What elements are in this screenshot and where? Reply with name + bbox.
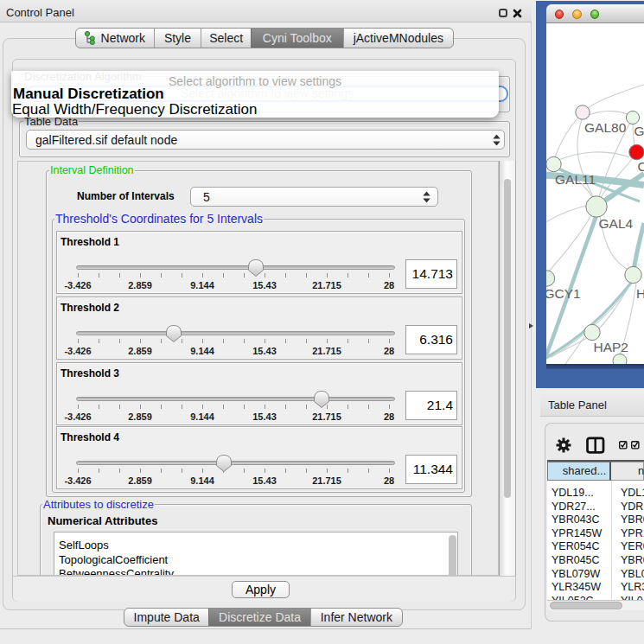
svg-text:GCY1: GCY1 [546, 286, 581, 301]
svg-text:GAL11: GAL11 [555, 172, 596, 187]
svg-text:GAL80: GAL80 [584, 120, 627, 135]
svg-text:HAP2: HAP2 [594, 340, 629, 354]
svg-text:H: H [636, 286, 644, 301]
svg-text:GAL4: GAL4 [599, 216, 634, 231]
svg-text:C: C [638, 159, 644, 174]
svg-text:G.: G. [634, 124, 644, 138]
